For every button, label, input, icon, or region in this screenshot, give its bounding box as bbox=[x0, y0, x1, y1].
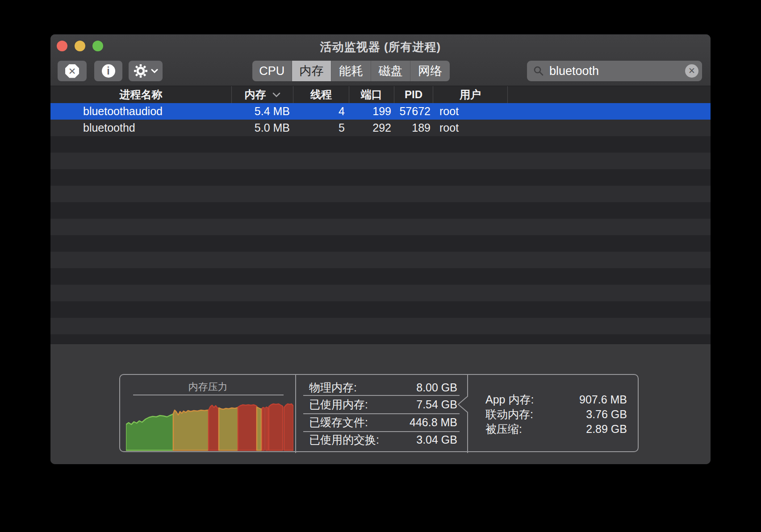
memory-cell: 5.0 MB bbox=[232, 120, 293, 136]
threads-cell: 4 bbox=[293, 103, 349, 120]
memory-stats-pane: 内存压力 物理内存: 8.00 GB 已使用内存: 7.54 GB 已缓存文件:… bbox=[50, 344, 711, 464]
column-header-memory[interactable]: 内存 bbox=[232, 86, 293, 103]
ports-cell: 199 bbox=[349, 103, 394, 120]
user-cell: root bbox=[433, 103, 508, 120]
stat-cached-files: 已缓存文件: 446.8 MB bbox=[309, 414, 457, 431]
tab-energy[interactable]: 能耗 bbox=[331, 61, 371, 81]
process-list: bluetoothaudiod 5.4 MB 4 199 57672 root … bbox=[50, 103, 711, 344]
column-header-user[interactable]: 用户 bbox=[433, 86, 508, 103]
stat-wired-memory: 联动内存: 3.76 GB bbox=[485, 406, 627, 423]
gear-icon bbox=[133, 63, 148, 79]
stat-compressed-memory: 被压缩: 2.89 GB bbox=[485, 421, 627, 437]
quit-process-button[interactable]: ✕ bbox=[58, 61, 87, 81]
actions-menu-button[interactable] bbox=[129, 61, 163, 81]
search-input[interactable] bbox=[549, 64, 685, 78]
column-header-ports[interactable]: 端口 bbox=[349, 86, 394, 103]
tab-disk[interactable]: 磁盘 bbox=[371, 61, 411, 81]
threads-cell: 5 bbox=[293, 120, 349, 136]
inspect-process-button[interactable]: i bbox=[94, 61, 122, 81]
memory-pressure-graph bbox=[126, 403, 293, 451]
column-header-spacer bbox=[508, 86, 711, 103]
stat-app-memory: App 内存: 907.6 MB bbox=[485, 391, 627, 408]
pid-cell: 57672 bbox=[394, 103, 433, 120]
tab-network[interactable]: 网络 bbox=[410, 61, 450, 81]
ports-cell: 292 bbox=[349, 120, 394, 136]
empty-row-stripes bbox=[50, 136, 711, 344]
view-segmented-control: CPU 内存 能耗 磁盘 网络 bbox=[252, 61, 450, 81]
activity-monitor-window: 活动监视器 (所有进程) ✕ i CPU 内 bbox=[50, 34, 711, 464]
pid-cell: 189 bbox=[394, 120, 433, 136]
memory-summary-panel: 内存压力 物理内存: 8.00 GB 已使用内存: 7.54 GB 已缓存文件:… bbox=[119, 374, 639, 452]
process-name-cell: bluetoothd bbox=[50, 120, 232, 136]
page-title: 活动监视器 (所有进程) bbox=[50, 39, 711, 55]
memory-pressure-title: 内存压力 bbox=[120, 380, 296, 394]
tab-cpu[interactable]: CPU bbox=[252, 61, 292, 81]
user-cell: root bbox=[433, 120, 508, 136]
column-header-threads[interactable]: 线程 bbox=[293, 86, 349, 103]
title-bar: 活动监视器 (所有进程) ✕ i CPU 内 bbox=[50, 34, 711, 86]
chevron-down-icon bbox=[151, 69, 158, 74]
info-icon: i bbox=[102, 64, 115, 78]
x-octagon-icon: ✕ bbox=[65, 64, 79, 78]
stat-swap-used: 已使用的交换: 3.04 GB bbox=[309, 432, 457, 448]
sort-chevron-down-icon bbox=[272, 92, 280, 97]
column-header-process-name[interactable]: 进程名称 bbox=[50, 86, 232, 103]
stat-physical-memory: 物理内存: 8.00 GB bbox=[309, 379, 457, 396]
clear-search-icon[interactable]: ✕ bbox=[685, 64, 698, 78]
table-header: 进程名称 内存 线程 端口 PID 用户 bbox=[50, 86, 711, 103]
search-field[interactable]: ✕ bbox=[527, 61, 702, 81]
search-icon bbox=[533, 66, 544, 76]
memory-cell: 5.4 MB bbox=[232, 103, 293, 120]
stat-memory-used: 已使用内存: 7.54 GB bbox=[309, 396, 457, 413]
table-row[interactable]: bluetoothd 5.0 MB 5 292 189 root bbox=[50, 120, 711, 136]
process-name-cell: bluetoothaudiod bbox=[50, 103, 232, 120]
column-header-pid[interactable]: PID bbox=[394, 86, 433, 103]
table-row[interactable]: bluetoothaudiod 5.4 MB 4 199 57672 root bbox=[50, 103, 711, 120]
tab-memory[interactable]: 内存 bbox=[292, 61, 332, 81]
